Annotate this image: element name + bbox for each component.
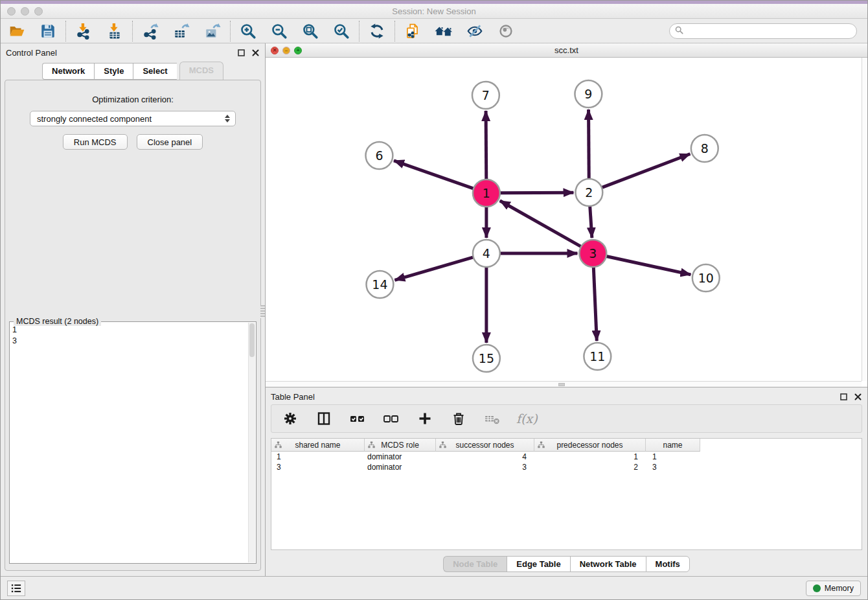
table-row[interactable]: 1dominator411 bbox=[271, 452, 862, 462]
network-canvas[interactable]: 7968124314101511 bbox=[266, 58, 862, 381]
unchecked-boxes-icon[interactable] bbox=[382, 409, 401, 428]
task-list-icon[interactable] bbox=[7, 581, 25, 596]
search-field[interactable] bbox=[669, 23, 857, 39]
tab-mcds[interactable]: MCDS bbox=[179, 62, 223, 80]
graph-edge-4-14[interactable] bbox=[394, 257, 474, 281]
export-table-icon[interactable] bbox=[172, 21, 191, 41]
plus-icon[interactable] bbox=[415, 409, 435, 428]
table-row[interactable]: 3dominator323 bbox=[271, 462, 862, 472]
graph-edge-1-6[interactable] bbox=[394, 161, 474, 189]
import-network-icon[interactable] bbox=[74, 21, 93, 41]
search-icon bbox=[675, 25, 683, 37]
graph-edge-3-1[interactable] bbox=[500, 201, 582, 247]
table-cell[interactable]: 1 bbox=[646, 452, 700, 462]
select-stepper-icon bbox=[225, 115, 230, 122]
eye-slash-icon[interactable] bbox=[465, 21, 485, 41]
graph-node-label: 3 bbox=[589, 246, 597, 260]
tab-motifs[interactable]: Motifs bbox=[646, 556, 690, 572]
graph-node-label: 1 bbox=[483, 186, 490, 200]
zoom-selected-icon[interactable] bbox=[332, 21, 351, 41]
table-tabs: Node TableEdge TableNetwork TableMotifs bbox=[266, 556, 867, 572]
table-body: 1dominator4113dominator323 bbox=[271, 452, 862, 472]
table-cell[interactable]: 3 bbox=[271, 462, 365, 472]
graph-edge-3-11[interactable] bbox=[593, 266, 597, 341]
tab-network[interactable]: Network bbox=[42, 63, 94, 80]
network-horizontal-scrollbar[interactable] bbox=[266, 381, 862, 387]
trash-icon[interactable] bbox=[449, 409, 468, 428]
graph-edge-1-7[interactable] bbox=[486, 111, 486, 180]
save-icon[interactable] bbox=[38, 21, 58, 41]
table-cell[interactable]: dominator bbox=[365, 452, 436, 462]
tab-select[interactable]: Select bbox=[133, 63, 176, 80]
graph-edge-3-10[interactable] bbox=[606, 256, 691, 275]
table-cell[interactable]: 1 bbox=[534, 452, 646, 462]
memory-button[interactable]: Memory bbox=[806, 581, 861, 596]
table-header-row: shared nameMCDS rolesuccessor nodesprede… bbox=[271, 439, 862, 452]
table-panel-header: Table Panel bbox=[271, 391, 862, 402]
table-cell[interactable]: 3 bbox=[646, 462, 700, 472]
column-header-shared-name[interactable]: shared name bbox=[271, 439, 365, 452]
graph-node-label: 8 bbox=[701, 141, 709, 156]
houses-icon[interactable] bbox=[434, 21, 453, 41]
graph-node-label: 2 bbox=[585, 185, 593, 200]
search-input[interactable] bbox=[687, 27, 851, 36]
graph-edge-2-8[interactable] bbox=[601, 154, 690, 188]
close-panel-button[interactable]: Close panel bbox=[137, 134, 203, 150]
control-panel-header: Control Panel bbox=[6, 47, 260, 58]
column-header-name[interactable]: name bbox=[646, 439, 700, 452]
optimization-criterion-label: Optimization criterion: bbox=[5, 95, 260, 104]
memory-label: Memory bbox=[825, 584, 854, 593]
mcds-result-text[interactable]: 1 3 bbox=[12, 325, 247, 562]
gear-icon[interactable] bbox=[280, 409, 300, 428]
graph-node-label: 7 bbox=[482, 88, 490, 102]
copy-network-icon[interactable] bbox=[403, 21, 422, 41]
network-vertical-scrollbar[interactable] bbox=[862, 58, 867, 381]
checked-boxes-icon[interactable] bbox=[348, 409, 367, 428]
toolbar-separator bbox=[230, 21, 231, 41]
zoom-fit-icon[interactable] bbox=[301, 21, 320, 41]
table-cell[interactable]: 4 bbox=[436, 452, 534, 462]
tab-style[interactable]: Style bbox=[94, 63, 133, 80]
table-cell[interactable]: 2 bbox=[534, 462, 646, 472]
tab-node-table[interactable]: Node Table bbox=[443, 556, 507, 572]
graph-edge-2-9[interactable] bbox=[589, 110, 589, 179]
result-scrollbar[interactable] bbox=[248, 323, 255, 562]
memory-status-icon bbox=[813, 584, 821, 592]
tab-edge-table[interactable]: Edge Table bbox=[507, 556, 569, 572]
column-header-successor-nodes[interactable]: successor nodes bbox=[436, 439, 534, 452]
export-network-icon[interactable] bbox=[141, 21, 160, 41]
application-window: Session: New Session Control Panel Netwo… bbox=[0, 0, 868, 600]
node-table: shared nameMCDS rolesuccessor nodesprede… bbox=[271, 438, 862, 550]
table-cell[interactable]: 1 bbox=[271, 452, 365, 462]
split-view-icon[interactable] bbox=[314, 409, 334, 428]
graph-edge-1-2[interactable] bbox=[499, 192, 574, 193]
graph-node-label: 11 bbox=[589, 349, 605, 363]
column-header-predecessor-nodes[interactable]: predecessor nodes bbox=[534, 439, 646, 452]
graph-node-label: 14 bbox=[372, 277, 387, 292]
table-cell[interactable]: 3 bbox=[436, 462, 534, 472]
zoom-in-icon[interactable] bbox=[238, 21, 258, 41]
close-panel-icon[interactable] bbox=[251, 48, 260, 57]
main-toolbar bbox=[1, 19, 867, 43]
open-folder-icon[interactable] bbox=[7, 21, 27, 41]
function-builder-icon[interactable]: f(x) bbox=[516, 411, 538, 426]
run-mcds-button[interactable]: Run MCDS bbox=[63, 134, 128, 150]
toolbar-separator bbox=[65, 21, 66, 41]
splitter-grip[interactable] bbox=[260, 305, 265, 318]
graph-edge-2-3[interactable] bbox=[590, 205, 592, 238]
column-header-mcds-role[interactable]: MCDS role bbox=[365, 439, 436, 452]
tab-network-table[interactable]: Network Table bbox=[570, 556, 646, 572]
status-bar: Memory bbox=[1, 576, 867, 599]
mcds-panel: Optimization criterion: strongly connect… bbox=[5, 80, 261, 571]
import-table-icon[interactable] bbox=[105, 21, 124, 41]
close-panel-icon[interactable] bbox=[853, 392, 862, 401]
optimization-criterion-select[interactable]: strongly connected component bbox=[30, 111, 236, 126]
eye-icon[interactable] bbox=[496, 21, 516, 41]
zoom-out-icon[interactable] bbox=[269, 21, 289, 41]
float-panel-icon[interactable] bbox=[236, 48, 246, 57]
float-panel-icon[interactable] bbox=[839, 392, 848, 401]
refresh-icon[interactable] bbox=[367, 21, 387, 41]
window-title: Session: New Session bbox=[1, 6, 867, 16]
table-cell[interactable]: dominator bbox=[365, 462, 436, 472]
export-image-icon[interactable] bbox=[203, 21, 222, 41]
